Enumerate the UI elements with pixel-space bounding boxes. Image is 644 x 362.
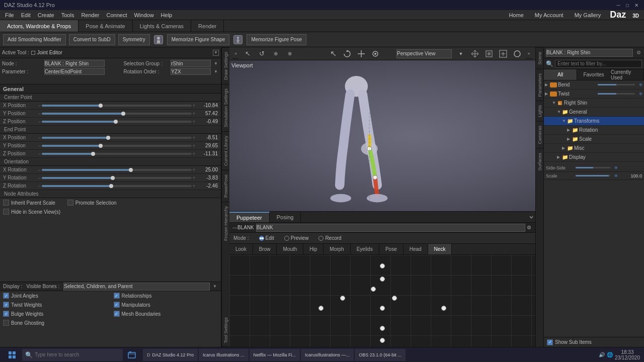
tree-item-twist[interactable]: ▶ Twist ⊕	[544, 89, 644, 99]
menu-file[interactable]: File	[2, 12, 17, 18]
parameter-select[interactable]: Center/EndPoint	[44, 68, 105, 75]
vp-icon-frame[interactable]	[512, 49, 522, 59]
or-z-slider-thumb[interactable]	[109, 184, 113, 188]
ep-y-slider-track[interactable]	[42, 145, 192, 147]
tool-settings-tab[interactable]: Tool Settings	[222, 314, 230, 347]
ep-y-slider-area[interactable]	[42, 145, 192, 147]
memorize-figure-pose-button[interactable]: Memorize Figure Pose	[247, 34, 306, 45]
cp-x-slider-area[interactable]	[42, 105, 192, 107]
powerpose-tab[interactable]: PowerPose	[222, 170, 229, 202]
tree-item-rotation[interactable]: ▶ 📁 Rotation	[544, 126, 644, 135]
ep-z-minus[interactable]: –	[38, 151, 41, 156]
taskbar-search-input[interactable]	[35, 352, 105, 357]
or-y-slider-track[interactable]	[42, 177, 192, 179]
taskbar-netflix-button[interactable]: Netflix — Mozilla Fi...	[250, 349, 300, 361]
or-x-slider-track[interactable]	[42, 169, 192, 171]
cp-z-slider-area[interactable]	[42, 121, 192, 123]
scene-tab[interactable]: Scene	[536, 47, 543, 69]
menu-create[interactable]: Create	[35, 12, 57, 18]
tree-item-general[interactable]: ▼ 📁 General	[544, 108, 644, 117]
tree-item-bend[interactable]: ▶ Bend ⊕	[544, 80, 644, 89]
mode-preview[interactable]: Preview	[284, 235, 309, 241]
puppet-dot-3[interactable]	[340, 296, 345, 301]
current-library-tab[interactable]: Current Library	[222, 131, 229, 170]
puppet-dot-8[interactable]	[380, 326, 385, 331]
vp-icon-arrow[interactable]: ↖	[243, 49, 253, 59]
ep-z-slider-track[interactable]	[42, 153, 192, 155]
lights-tab[interactable]: Lights	[536, 101, 543, 121]
mode-edit[interactable]: Edit	[259, 235, 274, 241]
menu-render[interactable]: Render	[78, 12, 102, 18]
visible-bones-select[interactable]: Selected, Children, and Parent	[63, 283, 210, 291]
frozen-hierarchy-tab[interactable]: Frozen Hierarchy	[222, 202, 229, 245]
taskbar-icarus2-button[interactable]: IcarusIllustrations —...	[301, 349, 354, 361]
puppet-dot-1[interactable]	[380, 277, 385, 282]
look-tab-morph[interactable]: Morph	[324, 244, 350, 254]
nav-home[interactable]: Home	[506, 12, 526, 18]
cp-z-slider-thumb[interactable]	[114, 120, 118, 124]
look-tab-pose[interactable]: Pose	[379, 244, 404, 254]
view-mode-select[interactable]: Perspective View	[396, 49, 452, 58]
tab-render[interactable]: Render	[191, 20, 224, 32]
cp-z-minus[interactable]: –	[38, 119, 41, 124]
cp-z-slider-track[interactable]	[42, 121, 192, 123]
tree-item-display[interactable]: ▶ 📁 Display	[544, 153, 644, 162]
cp-x-slider-thumb[interactable]	[99, 104, 103, 108]
look-tab-neck[interactable]: Neck	[428, 244, 452, 254]
right-tab-favorites[interactable]: Favorites	[577, 69, 610, 80]
menu-edit[interactable]: Edit	[18, 12, 34, 18]
cp-y-minus[interactable]: –	[38, 111, 41, 116]
inherit-parent-checkbox[interactable]	[3, 200, 9, 206]
mode-edit-radio[interactable]	[259, 236, 264, 241]
menu-tools[interactable]: Tools	[58, 12, 77, 18]
cp-x-minus[interactable]: –	[38, 103, 41, 108]
cameras-tab[interactable]: Cameras	[536, 121, 543, 148]
ep-y-minus[interactable]: –	[38, 143, 41, 148]
or-z-minus[interactable]: –	[38, 184, 41, 189]
taskbar-explorer-icon[interactable]	[125, 349, 139, 361]
vp-settings-icon[interactable]	[370, 49, 380, 59]
surfaces-tab[interactable]: Surfaces	[536, 148, 543, 175]
mode-preview-radio[interactable]	[284, 236, 289, 241]
cp-y-slider-thumb[interactable]	[121, 112, 125, 116]
tab-puppeteer[interactable]: Puppeteer	[229, 212, 270, 222]
mode-record-radio[interactable]	[318, 236, 324, 241]
puppet-dot-4[interactable]	[392, 296, 397, 301]
puppet-dot-5[interactable]	[318, 306, 324, 311]
ep-x-minus[interactable]: –	[38, 135, 41, 140]
simulation-settings-tab[interactable]: Simulation Settings	[222, 84, 229, 131]
convert-to-subd-button[interactable]: Convert to SubD	[69, 34, 115, 45]
puppet-dot-6[interactable]	[380, 306, 385, 311]
symmetry-button[interactable]: Symmetry	[118, 34, 150, 45]
taskbar-search[interactable]: 🔍	[22, 349, 123, 361]
vp-icon-move[interactable]	[470, 49, 480, 59]
menu-window[interactable]: Window	[131, 12, 156, 18]
puppet-dot-0[interactable]	[380, 263, 385, 268]
ep-x-slider-thumb[interactable]	[106, 136, 110, 140]
mesh-boundaries-checkbox[interactable]: ✓	[114, 311, 120, 317]
relationships-checkbox[interactable]: ✓	[114, 293, 120, 299]
tree-item-transforms[interactable]: ▼ 📁 Transforms	[544, 117, 644, 126]
tree-item-scale[interactable]: ▶ 📁 Scale	[544, 135, 644, 144]
or-x-slider-area[interactable]	[42, 169, 192, 171]
promote-selection-checkbox[interactable]	[67, 200, 73, 206]
hide-scene-checkbox[interactable]	[3, 209, 9, 215]
joint-angles-checkbox[interactable]: ✓	[3, 293, 9, 299]
add-smoothing-modifier-button[interactable]: Add Smoothing Modifier	[3, 34, 66, 45]
scale-slider-track[interactable]	[576, 175, 610, 176]
or-y-slider-thumb[interactable]	[111, 176, 115, 180]
show-sub-items[interactable]: ✓ Show Sub Items	[544, 337, 644, 347]
cp-x-slider-track[interactable]	[42, 105, 192, 107]
memorize-figure-shape-button[interactable]: Memorize Figure Shape	[167, 34, 230, 45]
tab-lights[interactable]: Lights & Cameras	[133, 20, 191, 32]
ep-z-slider-area[interactable]	[42, 153, 192, 155]
twist-slider[interactable]	[598, 93, 635, 95]
mode-record[interactable]: Record	[318, 235, 341, 241]
vp-icon-transform[interactable]	[484, 49, 494, 59]
maximize-button[interactable]: □	[624, 2, 631, 9]
rotation-order-select[interactable]: YZX	[171, 68, 211, 75]
bend-slider[interactable]	[598, 84, 635, 85]
viewport-panel-left[interactable]: ◄	[232, 49, 238, 59]
look-tab-head[interactable]: Head	[404, 244, 428, 254]
taskbar-daz-button[interactable]: D DAZ Studio 4.12 Pro	[143, 349, 198, 361]
